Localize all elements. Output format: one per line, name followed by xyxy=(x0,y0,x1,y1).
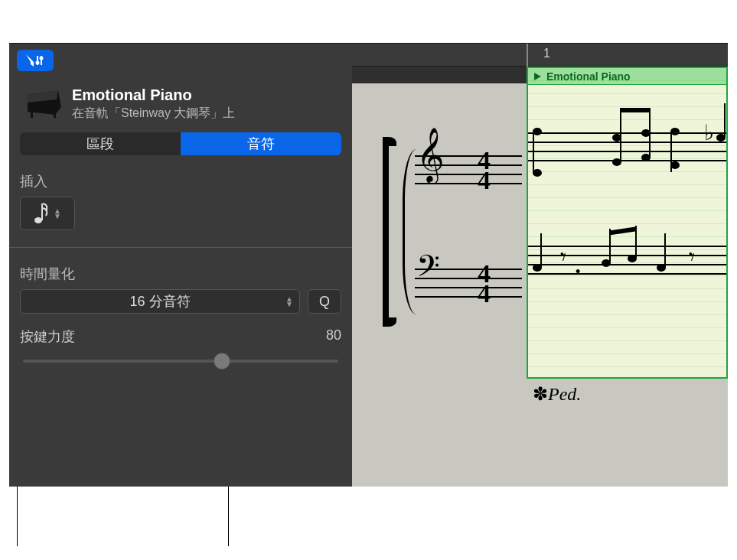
tab-notes[interactable]: 音符 xyxy=(181,132,341,155)
ruler-bar-number: 1 xyxy=(543,47,550,60)
catch-filter-button[interactable] xyxy=(17,50,54,71)
ruler-dark-strip xyxy=(352,67,527,83)
divider xyxy=(9,247,352,248)
midi-region[interactable]: Emotional Piano xyxy=(527,67,728,379)
piano-icon xyxy=(23,89,63,119)
treble-clef-icon: 𝄞 xyxy=(416,128,445,182)
velocity-label: 按鍵力度 xyxy=(20,327,75,346)
svg-rect-4 xyxy=(31,112,33,118)
svg-point-2 xyxy=(36,61,40,65)
ruler[interactable]: 1 xyxy=(352,44,728,67)
velocity-value: 80 xyxy=(326,327,341,346)
svg-point-3 xyxy=(40,57,44,60)
inspector-tabs: 區段 音符 xyxy=(20,132,341,155)
timesig-bottom: 4 xyxy=(478,171,491,190)
insert-note-value-popup[interactable]: ▲▼ xyxy=(20,197,75,230)
pedal-mark: ✽Ped. xyxy=(533,383,581,405)
timesig-bottom-bass: 4 xyxy=(478,284,491,304)
svg-point-6 xyxy=(34,217,42,223)
notation-content: ♭ 𝄾 • 𝄾 xyxy=(528,85,726,377)
popup-arrows-icon: ▲▼ xyxy=(285,296,293,307)
inspector-panel: Emotional Piano 在音軌「Steinway 大鋼琴」上 區段 音符… xyxy=(9,44,352,487)
svg-rect-7 xyxy=(41,203,43,220)
tab-region[interactable]: 區段 xyxy=(20,132,181,155)
insert-label: 插入 xyxy=(20,172,341,190)
svg-rect-5 xyxy=(54,110,56,118)
velocity-slider[interactable] xyxy=(23,360,338,363)
track-header: Emotional Piano 在音軌「Steinway 大鋼琴」上 xyxy=(20,86,341,122)
app-frame: Emotional Piano 在音軌「Steinway 大鋼琴」上 區段 音符… xyxy=(9,43,728,487)
quantize-label: 時間量化 xyxy=(20,265,341,283)
score-editor[interactable]: 1 𝄞 𝄢 4 4 4 4 Emotional Piano xyxy=(352,44,728,487)
sixteenth-note-icon xyxy=(34,202,49,225)
quantize-value: 16 分音符 xyxy=(129,292,190,311)
time-quantize-popup[interactable]: 16 分音符 ▲▼ xyxy=(20,289,300,314)
play-icon xyxy=(533,72,542,81)
filter-icon xyxy=(25,54,45,67)
bass-clef-icon: 𝄢 xyxy=(416,249,440,292)
region-name: Emotional Piano xyxy=(546,70,631,83)
grand-staff-prefix: 𝄞 𝄢 4 4 4 4 xyxy=(369,134,522,333)
slider-thumb[interactable] xyxy=(214,353,230,370)
track-title: Emotional Piano xyxy=(72,86,235,104)
region-header[interactable]: Emotional Piano xyxy=(528,68,726,85)
ruler-tick xyxy=(527,44,528,67)
popup-arrows-icon: ▲▼ xyxy=(54,208,61,219)
track-subtitle: 在音軌「Steinway 大鋼琴」上 xyxy=(72,106,235,122)
quantize-button[interactable]: Q xyxy=(308,289,341,314)
